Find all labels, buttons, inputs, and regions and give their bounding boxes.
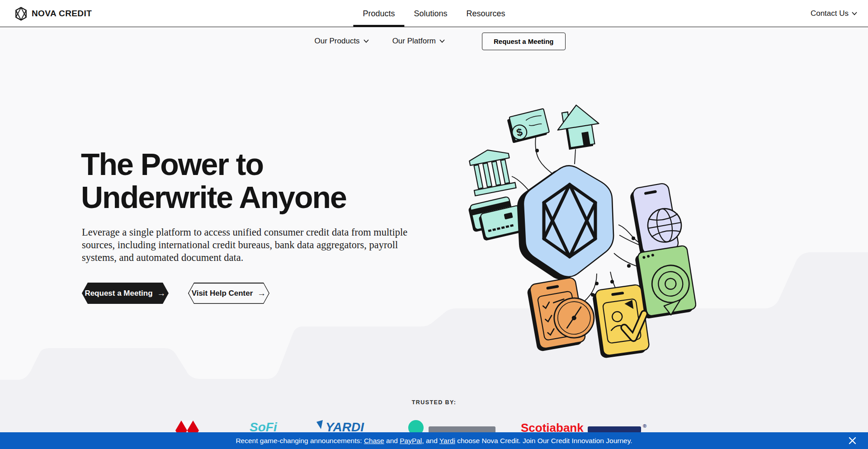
tab-resources[interactable]: Resources <box>457 0 515 27</box>
request-meeting-nav-button[interactable]: Request a Meeting <box>482 33 566 50</box>
arrow-right-icon: → <box>157 288 166 298</box>
yardi-mark <box>316 420 324 430</box>
chevron-down-icon <box>363 39 369 43</box>
bank-icon <box>467 146 516 196</box>
nova-hexagon <box>517 165 613 280</box>
brand-name: NOVA CREDIT <box>32 9 92 19</box>
credit-card-icon <box>467 194 525 243</box>
announcement-banner: Recent game-changing announcements: Chas… <box>0 432 868 449</box>
page-title: The Power to Underwrite Anyone <box>81 148 346 214</box>
close-banner-button[interactable] <box>846 435 858 447</box>
brand[interactable]: NOVA CREDIT <box>15 0 92 27</box>
arrow-right-icon: → <box>257 288 266 298</box>
our-platform-dropdown[interactable]: Our Platform <box>381 37 457 46</box>
contact-us-menu[interactable]: Contact Us <box>811 0 857 27</box>
nova-credit-logo-icon <box>15 7 27 21</box>
nova-credit-homepage: NOVA CREDIT Products Solutions Resources… <box>0 0 868 449</box>
navy-wordmark-partner-logo <box>588 426 641 433</box>
hero-description: Leverage a single platform to access uni… <box>82 226 426 264</box>
tab-products[interactable]: Products <box>353 0 404 27</box>
chevron-down-icon <box>852 12 857 15</box>
chase-link[interactable]: Chase <box>364 437 384 444</box>
heading-line-2: Underwrite Anyone <box>81 181 346 214</box>
background-terrain <box>0 0 868 449</box>
hero-illustration: $ <box>461 93 696 364</box>
visit-help-center-button[interactable]: Visit Help Center → <box>188 283 269 304</box>
id-verification-icon <box>592 284 650 359</box>
hero-cta-row: Request a Meeting → Visit Help Center → <box>82 283 269 304</box>
chevron-down-icon <box>439 39 445 43</box>
request-meeting-button[interactable]: Request a Meeting → <box>82 283 169 304</box>
paypal-link[interactable]: PayPal <box>400 437 422 444</box>
main-nav: Products Solutions Resources <box>353 0 514 27</box>
top-header: NOVA CREDIT Products Solutions Resources… <box>0 0 868 27</box>
trusted-by-label: TRUSTED BY: <box>0 399 868 406</box>
heading-line-1: The Power to <box>81 148 346 181</box>
our-products-dropdown[interactable]: Our Products <box>302 37 380 46</box>
checklist-compass-icon <box>526 275 599 352</box>
check-icon: $ <box>507 109 550 143</box>
tab-solutions[interactable]: Solutions <box>404 0 457 27</box>
registered-mark: ® <box>643 423 646 429</box>
close-icon <box>849 437 856 444</box>
secondary-nav: Our Products Our Platform Request a Meet… <box>0 28 868 55</box>
banner-text: Recent game-changing announcements: Chas… <box>236 437 632 445</box>
yardi-link[interactable]: Yardi <box>439 437 455 444</box>
house-icon <box>554 102 602 151</box>
